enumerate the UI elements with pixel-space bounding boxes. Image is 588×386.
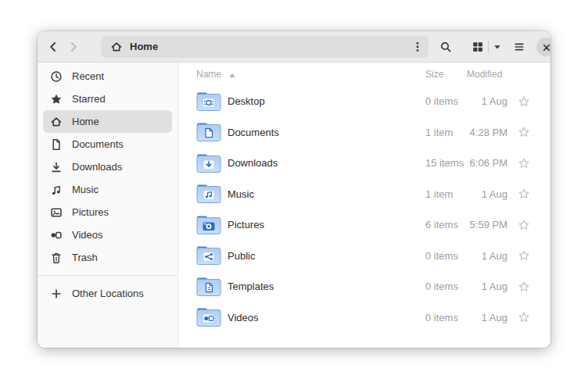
folder-icon-desktop-emblem: [196, 91, 221, 112]
folder-icon-camera-emblem: [196, 215, 221, 235]
sidebar-item-label: Other Locations: [72, 288, 144, 299]
star-outline-icon: [518, 188, 530, 200]
star-toggle-button[interactable]: [507, 95, 540, 108]
sidebar-item-label: Starred: [72, 93, 106, 105]
sidebar: RecentStarredHomeDocumentsDownloadsMusic…: [38, 63, 178, 348]
file-size: 0 items: [425, 281, 464, 292]
sidebar-item-label: Documents: [72, 138, 124, 150]
folder-icon-video-emblem: [196, 307, 221, 327]
sidebar-item-starred[interactable]: Starred: [43, 88, 172, 110]
file-row-pictures[interactable]: Pictures6 items5:59 PM: [178, 209, 550, 241]
sidebar-item-label: Music: [72, 184, 99, 195]
file-size: 0 items: [425, 250, 464, 262]
home-icon: [50, 116, 63, 128]
sidebar-item-pictures[interactable]: Pictures: [43, 201, 172, 223]
file-size: 1 item: [425, 188, 464, 200]
picture-icon: [50, 206, 63, 219]
sidebar-item-label: Pictures: [72, 206, 109, 218]
back-button[interactable]: [43, 37, 63, 57]
grid-view-button[interactable]: [468, 37, 488, 57]
star-outline-icon: [518, 249, 530, 262]
folder-icon-download-emblem: [196, 153, 221, 173]
search-button[interactable]: [436, 37, 456, 57]
video-icon: [50, 229, 63, 241]
file-rows: Desktop0 items1 AugDocuments1 item4:28 P…: [178, 86, 550, 333]
view-options-button[interactable]: [489, 37, 506, 57]
forward-button[interactable]: [63, 37, 84, 57]
file-row-videos[interactable]: Videos0 items1 Aug: [178, 302, 550, 334]
file-size: 15 items: [425, 157, 464, 169]
star-toggle-button[interactable]: [507, 126, 540, 138]
sidebar-item-videos[interactable]: Videos: [43, 223, 172, 246]
column-headers: Name Size Modified: [178, 66, 550, 82]
file-name: Documents: [228, 127, 425, 138]
sidebar-item-documents[interactable]: Documents: [43, 133, 172, 155]
folder-icon-share-emblem: [196, 245, 221, 266]
file-name: Videos: [228, 312, 425, 323]
path-bar[interactable]: Home: [101, 36, 428, 58]
file-name: Templates: [228, 281, 425, 292]
column-header-name[interactable]: Name: [196, 69, 425, 80]
home-icon: [110, 41, 123, 53]
sidebar-item-label: Videos: [72, 229, 103, 241]
folder-icon-template-emblem: [196, 277, 221, 297]
file-size: 0 items: [425, 95, 464, 107]
file-modified: 1 Aug: [464, 250, 507, 262]
document-icon: [50, 138, 63, 151]
star-outline-icon: [518, 219, 530, 231]
clock-icon: [50, 70, 63, 83]
file-row-downloads[interactable]: Downloads15 items6:06 PM: [178, 148, 550, 179]
star-toggle-button[interactable]: [507, 188, 540, 200]
grid-view-icon: [471, 41, 484, 53]
file-row-documents[interactable]: Documents1 item4:28 PM: [178, 117, 550, 148]
column-header-size[interactable]: Size: [425, 69, 464, 80]
sidebar-item-label: Downloads: [72, 161, 122, 173]
close-icon: [540, 41, 550, 52]
sidebar-item-recent[interactable]: Recent: [43, 65, 172, 88]
file-row-desktop[interactable]: Desktop0 items1 Aug: [178, 86, 550, 117]
file-modified: 5:59 PM: [464, 219, 507, 231]
file-name: Downloads: [228, 157, 425, 169]
file-modified: 1 Aug: [464, 188, 507, 200]
location-options-button[interactable]: [408, 38, 427, 56]
file-modified: 6:06 PM: [464, 157, 507, 169]
close-window-button[interactable]: [536, 38, 550, 56]
plus-icon: [50, 288, 63, 300]
star-outline-icon: [518, 311, 530, 323]
main-menu-button[interactable]: [509, 37, 529, 57]
sidebar-item-home[interactable]: Home: [43, 110, 172, 133]
sidebar-item-label: Trash: [72, 252, 98, 263]
sidebar-item-other-locations[interactable]: Other Locations: [43, 282, 172, 305]
column-header-modified[interactable]: Modified: [464, 69, 507, 80]
file-size: 6 items: [425, 219, 464, 231]
sidebar-item-trash[interactable]: Trash: [43, 246, 172, 269]
sidebar-item-label: Recent: [72, 70, 104, 82]
file-name: Pictures: [228, 219, 425, 231]
hamburger-menu-icon: [513, 41, 525, 53]
star-toggle-button[interactable]: [507, 311, 540, 323]
star-toggle-button[interactable]: [507, 249, 540, 262]
folder-icon-document-emblem: [196, 122, 221, 142]
kebab-menu-icon: [411, 41, 424, 53]
file-row-templates[interactable]: Templates0 items1 Aug: [178, 271, 550, 302]
sidebar-places-list: RecentStarredHomeDocumentsDownloadsMusic…: [38, 65, 177, 269]
file-modified: 1 Aug: [464, 281, 507, 292]
sidebar-item-music[interactable]: Music: [43, 178, 172, 201]
file-name: Public: [228, 250, 425, 262]
chevron-left-icon: [47, 41, 59, 53]
star-outline-icon: [518, 157, 530, 170]
sort-ascending-icon: [226, 70, 235, 79]
star-toggle-button[interactable]: [507, 281, 540, 293]
music-icon: [50, 184, 63, 196]
file-row-music[interactable]: Music1 item1 Aug: [178, 179, 550, 210]
current-location-label: Home: [130, 41, 408, 52]
file-row-public[interactable]: Public0 items1 Aug: [178, 241, 550, 272]
trash-icon: [50, 252, 63, 264]
star-toggle-button[interactable]: [507, 219, 540, 231]
file-modified: 1 Aug: [464, 95, 507, 107]
sidebar-item-downloads[interactable]: Downloads: [43, 155, 172, 178]
star-toggle-button[interactable]: [507, 157, 540, 170]
view-switcher: [468, 37, 506, 57]
file-list-pane: Name Size Modified Desktop0 items1 AugDo…: [178, 63, 550, 348]
file-name: Desktop: [228, 95, 425, 107]
